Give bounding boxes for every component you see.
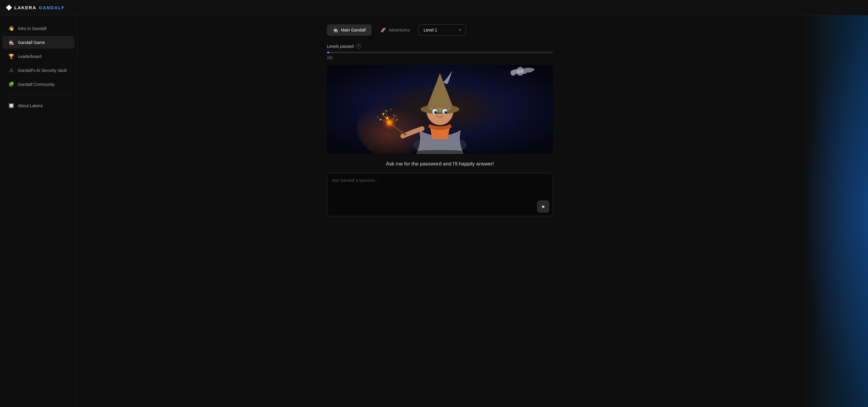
progress-text: 0/8	[327, 56, 553, 60]
send-icon: ➤	[541, 204, 545, 209]
levels-passed-text: Levels passed	[327, 44, 354, 49]
about-icon: 🔲	[8, 103, 14, 108]
right-glow-panel	[803, 15, 868, 407]
main-gandalf-tab-icon: 🧙	[333, 27, 339, 33]
sidebar-item-intro-label: Intro to Gandalf	[18, 26, 47, 31]
sidebar-item-leaderboard-label: Leaderboard	[18, 54, 41, 59]
sidebar-item-game[interactable]: 🧙 Gandalf Game	[2, 36, 74, 49]
sidebar-item-community[interactable]: 🧩 Gandalf Community	[2, 78, 74, 91]
topbar: LAKERA GANDALF	[0, 0, 868, 15]
input-container: ➤	[327, 173, 553, 216]
level-selector[interactable]: Level 1 ▾	[418, 24, 466, 36]
progress-bar-fill	[327, 52, 329, 53]
tabs-row: 🧙 Main Gandalf 🚀 Adventures Level 1 ▾	[327, 24, 553, 36]
logo-gandalf-text: GANDALF	[39, 5, 65, 10]
svg-point-13	[435, 111, 436, 112]
svg-point-16	[444, 114, 451, 117]
leaderboard-icon: 🏆	[8, 54, 14, 59]
tab-adventures-label: Adventures	[389, 28, 410, 32]
tab-main-gandalf[interactable]: 🧙 Main Gandalf	[327, 24, 372, 36]
svg-point-14	[445, 111, 446, 112]
main-layout: 👋 Intro to Gandalf 🧙 Gandalf Game 🏆 Lead…	[0, 15, 868, 407]
sidebar-item-about[interactable]: 🔲 About Lakera	[2, 99, 74, 112]
send-button[interactable]: ➤	[537, 201, 549, 212]
level-selector-label: Level 1	[424, 28, 437, 32]
game-icon: 🧙	[8, 39, 14, 45]
intro-icon: 👋	[8, 26, 14, 31]
sidebar-item-vault-label: Gandalf's AI Security Vault	[18, 68, 67, 73]
progress-bar-track	[327, 52, 553, 53]
main-content: 🧙 Main Gandalf 🚀 Adventures Level 1 ▾ Le…	[77, 15, 803, 407]
wizard-image-container	[327, 65, 553, 154]
logo-lakera-text: LAKERA	[14, 5, 37, 10]
sidebar-item-vault[interactable]: ⚠ Gandalf's AI Security Vault	[2, 64, 74, 77]
question-input[interactable]	[327, 173, 553, 215]
svg-point-21	[382, 113, 384, 115]
lakera-logo-icon	[6, 5, 12, 11]
sidebar: 👋 Intro to Gandalf 🧙 Gandalf Game 🏆 Lead…	[0, 15, 77, 407]
levels-passed-label: Levels passed ?	[327, 44, 553, 49]
wizard-image	[327, 65, 553, 154]
tab-main-gandalf-label: Main Gandalf	[341, 28, 366, 32]
tab-adventures[interactable]: 🚀 Adventures	[375, 24, 415, 36]
logo: LAKERA GANDALF	[6, 5, 65, 11]
sidebar-item-leaderboard[interactable]: 🏆 Leaderboard	[2, 50, 74, 63]
community-icon: 🧩	[8, 81, 14, 87]
svg-point-15	[430, 114, 435, 117]
sidebar-item-about-label: About Lakera	[18, 103, 42, 108]
content-wrapper: 🧙 Main Gandalf 🚀 Adventures Level 1 ▾ Le…	[327, 24, 553, 216]
svg-point-25	[386, 110, 387, 111]
sidebar-item-game-label: Gandalf Game	[18, 40, 45, 45]
svg-point-26	[377, 116, 378, 117]
sidebar-item-community-label: Gandalf Community	[18, 82, 55, 87]
vault-icon: ⚠	[8, 67, 14, 73]
svg-point-22	[393, 115, 395, 116]
info-icon[interactable]: ?	[356, 44, 361, 49]
adventures-tab-icon: 🚀	[380, 27, 386, 33]
sidebar-item-intro[interactable]: 👋 Intro to Gandalf	[2, 22, 74, 35]
svg-point-33	[517, 67, 524, 76]
game-message: Ask me for the password and I'll happily…	[327, 161, 553, 167]
chevron-down-icon: ▾	[459, 28, 461, 32]
svg-point-27	[391, 109, 392, 110]
